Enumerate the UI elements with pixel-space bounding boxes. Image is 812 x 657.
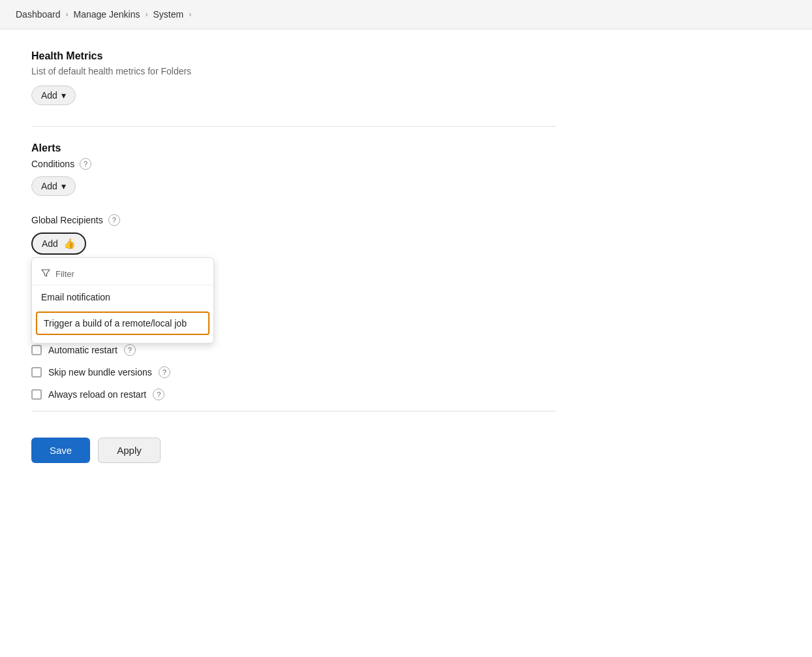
alerts-section: Alerts Conditions ? Add ▾ Global Recipie… bbox=[31, 142, 556, 255]
checkbox-auto-restart-label: Automatic restart bbox=[48, 345, 117, 355]
health-metrics-add-button[interactable]: Add ▾ bbox=[31, 86, 76, 105]
breadcrumb-chevron-1: › bbox=[66, 10, 69, 19]
bottom-buttons: Save Apply bbox=[31, 425, 556, 476]
breadcrumb: Dashboard › Manage Jenkins › System › bbox=[0, 0, 812, 29]
breadcrumb-system[interactable]: System bbox=[153, 9, 183, 20]
bottom-divider bbox=[31, 411, 556, 411]
global-recipients-label-row: Global Recipients ? bbox=[31, 214, 556, 226]
checkbox-always-reload[interactable] bbox=[31, 389, 42, 400]
conditions-add-chevron: ▾ bbox=[61, 181, 66, 191]
dropdown-filter-label: Filter bbox=[55, 269, 74, 279]
apply-button[interactable]: Apply bbox=[98, 438, 161, 463]
global-recipients-add-label: Add bbox=[42, 238, 58, 249]
checkbox-auto-restart[interactable] bbox=[31, 345, 42, 355]
health-metrics-add-chevron: ▾ bbox=[61, 90, 66, 101]
global-recipients-add-button[interactable]: Add 👍 ▾ bbox=[31, 232, 86, 255]
breadcrumb-chevron-3: › bbox=[189, 10, 191, 19]
cursor-icon: 👍 bbox=[63, 238, 76, 249]
conditions-label-row: Conditions ? bbox=[31, 158, 556, 170]
checkbox-row-1: Automatic restart ? bbox=[31, 344, 556, 356]
health-metrics-title: Health Metrics bbox=[31, 50, 556, 62]
dropdown-item-email[interactable]: Email notification bbox=[32, 285, 213, 309]
dropdown-item-email-label: Email notification bbox=[41, 292, 110, 302]
conditions-area: Conditions ? Add ▾ bbox=[31, 158, 556, 196]
dropdown-filter-row: Filter bbox=[32, 263, 213, 285]
health-metrics-add-label: Add bbox=[41, 90, 57, 101]
breadcrumb-manage-jenkins[interactable]: Manage Jenkins bbox=[74, 9, 140, 20]
breadcrumb-chevron-2: › bbox=[145, 10, 148, 19]
global-recipients-area: Global Recipients ? Add 👍 ▾ bbox=[31, 214, 556, 255]
save-button[interactable]: Save bbox=[31, 438, 90, 463]
conditions-add-label: Add bbox=[41, 181, 57, 191]
divider-1 bbox=[31, 126, 556, 127]
conditions-help-icon[interactable]: ? bbox=[80, 158, 91, 170]
skip-bundle-help-icon[interactable]: ? bbox=[159, 366, 170, 378]
global-recipients-dropdown-menu: Filter Email notification Trigger a buil… bbox=[31, 257, 214, 344]
global-recipients-label: Global Recipients bbox=[31, 215, 103, 225]
conditions-label: Conditions bbox=[31, 159, 74, 169]
filter-icon bbox=[41, 268, 50, 280]
breadcrumb-dashboard[interactable]: Dashboard bbox=[16, 9, 61, 20]
dropdown-item-trigger-label: Trigger a build of a remote/local job bbox=[44, 318, 187, 328]
main-content: Health Metrics List of default health me… bbox=[0, 29, 587, 497]
health-metrics-desc: List of default health metrics for Folde… bbox=[31, 66, 556, 76]
global-recipients-help-icon[interactable]: ? bbox=[108, 214, 120, 226]
checkbox-skip-bundle[interactable] bbox=[31, 367, 42, 377]
always-reload-help-icon[interactable]: ? bbox=[153, 389, 164, 400]
checkbox-row-3: Always reload on restart ? bbox=[31, 389, 556, 400]
global-recipients-dropdown-container: Add 👍 ▾ Filter bbox=[31, 232, 86, 255]
checkbox-always-reload-label: Always reload on restart bbox=[48, 389, 146, 400]
alerts-title: Alerts bbox=[31, 142, 556, 154]
auto-restart-help-icon[interactable]: ? bbox=[124, 344, 136, 356]
conditions-add-button[interactable]: Add ▾ bbox=[31, 176, 76, 196]
health-metrics-section: Health Metrics List of default health me… bbox=[31, 50, 556, 105]
checkbox-row-2: Skip new bundle versions ? bbox=[31, 366, 556, 378]
checkbox-skip-bundle-label: Skip new bundle versions bbox=[48, 367, 152, 377]
dropdown-item-trigger[interactable]: Trigger a build of a remote/local job bbox=[36, 312, 210, 335]
